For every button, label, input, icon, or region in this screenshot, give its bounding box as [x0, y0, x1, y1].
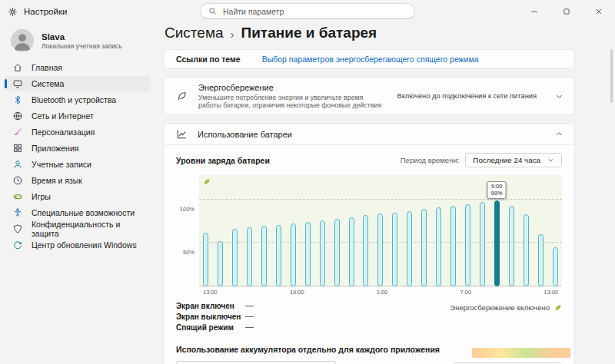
- chevron-up-icon[interactable]: [555, 130, 563, 138]
- apps-grid-icon: [12, 143, 23, 154]
- sidebar-item-bluetooth-devices[interactable]: Bluetooth и устройства: [5, 92, 151, 108]
- sidebar-item-label: Bluetooth и устройства: [32, 95, 116, 104]
- related-links-label: Ссылки по теме: [176, 55, 241, 64]
- user-subtitle: Локальная учетная запись: [42, 42, 122, 50]
- battery-bar[interactable]: [363, 215, 368, 286]
- settings-gear-icon: [8, 7, 18, 17]
- chevron-down-icon[interactable]: [555, 92, 563, 101]
- per-app-usage-title: Использование аккумулятора отдельно для …: [176, 345, 562, 354]
- brush-icon: [12, 127, 23, 137]
- scrollbar-thumb[interactable]: [610, 49, 613, 103]
- user-name: Slava: [42, 32, 122, 41]
- battery-bar[interactable]: [465, 204, 470, 286]
- battery-bar[interactable]: [538, 234, 544, 286]
- battery-bar[interactable]: [261, 226, 267, 286]
- battery-bar[interactable]: [450, 206, 456, 286]
- x-axis-label: 13:00: [203, 289, 218, 296]
- battery-bar[interactable]: [320, 220, 325, 286]
- legend-item: Спящий режим: [176, 323, 254, 331]
- sidebar-item-time-language[interactable]: Время и язык: [5, 173, 151, 188]
- update-arrows-icon: [12, 240, 23, 250]
- sidebar-item-label: Главная: [32, 63, 62, 72]
- battery-bar[interactable]: [291, 223, 296, 286]
- maximize-button[interactable]: [550, 0, 583, 23]
- legend-item: Экран включен: [176, 302, 254, 309]
- battery-level-chart: 100% 50% 9:00: [176, 175, 562, 296]
- battery-usage-title: Использование батареи: [198, 130, 537, 139]
- battery-bar[interactable]: [407, 211, 412, 286]
- x-axis-label: 19:00: [290, 289, 304, 296]
- x-axis-label: 1:00: [377, 289, 388, 296]
- battery-bar[interactable]: [421, 209, 427, 286]
- sidebar-item-accounts[interactable]: Учетные записи: [5, 157, 151, 172]
- sidebar-item-network[interactable]: Сеть и Интернет: [5, 108, 151, 124]
- sidebar-item-label: Конфиденциальность и защита: [32, 220, 143, 238]
- sidebar-item-personalization[interactable]: Персонализация: [5, 124, 151, 140]
- sidebar-item-privacy[interactable]: Конфиденциальность и защита: [5, 221, 151, 237]
- battery-bar[interactable]: [232, 229, 238, 286]
- battery-bar[interactable]: [494, 200, 500, 286]
- globe-icon: [12, 111, 23, 121]
- user-account[interactable]: Slava Локальная учетная запись: [5, 26, 151, 60]
- time-period-value: Последние 24 часа: [473, 156, 540, 164]
- chart-plot-area: 9:00 99%: [199, 175, 562, 286]
- time-period-select[interactable]: Последние 24 часа: [465, 153, 562, 167]
- sleep-settings-link[interactable]: Выбор параметров энергосберегающего спящ…: [262, 55, 479, 64]
- search-icon: [208, 7, 217, 15]
- battery-bar[interactable]: [392, 213, 397, 286]
- sidebar-nav: Главная Система Bluetooth и устройства С…: [5, 60, 151, 253]
- battery-bar[interactable]: [553, 247, 558, 286]
- sidebar-item-label: Учетные записи: [32, 160, 91, 169]
- energy-saver-description: Уменьшите потребление энергии и увеличьт…: [198, 94, 386, 109]
- battery-bar[interactable]: [349, 217, 354, 286]
- sidebar-item-label: Приложения: [32, 144, 78, 153]
- y-axis-label: 100%: [180, 206, 194, 213]
- energy-saver-card[interactable]: Энергосбережение Уменьшите потребление э…: [163, 77, 575, 115]
- battery-bar[interactable]: [247, 227, 252, 286]
- shield-icon: [12, 223, 23, 234]
- battery-bar[interactable]: [509, 206, 514, 286]
- energy-saver-leaf-icon: [554, 304, 562, 312]
- battery-bar[interactable]: [524, 214, 529, 286]
- gamepad-icon: [12, 191, 23, 202]
- search-placeholder: Найти параметр: [223, 7, 284, 16]
- sidebar: Slava Локальная учетная запись Главная С…: [0, 23, 155, 364]
- sidebar-item-label: Персонализация: [32, 127, 95, 137]
- minimize-button[interactable]: [518, 0, 550, 23]
- bluetooth-icon: [12, 94, 23, 105]
- battery-bar[interactable]: [334, 219, 340, 286]
- energy-saver-status: Включено до подключения к сети питания: [397, 92, 537, 100]
- battery-bar[interactable]: [218, 241, 223, 286]
- battery-bar[interactable]: [276, 225, 281, 286]
- sidebar-item-windows-update[interactable]: Центр обновления Windows: [5, 237, 151, 253]
- breadcrumb-separator-icon: ›: [231, 26, 234, 41]
- app-search: [176, 361, 336, 364]
- time-period-label: Период времени:: [401, 156, 460, 164]
- legend-dash: [245, 306, 254, 306]
- close-button[interactable]: [583, 0, 615, 23]
- sidebar-item-accessibility[interactable]: Специальные возможности: [5, 205, 151, 220]
- breadcrumb: Система › Питание и батарея: [165, 25, 575, 41]
- battery-bars: [199, 175, 562, 286]
- accessibility-icon: [12, 207, 23, 218]
- battery-bar[interactable]: [377, 213, 383, 286]
- battery-bar[interactable]: [480, 202, 485, 286]
- main-content: Система › Питание и батарея Ссылки по те…: [155, 23, 615, 364]
- battery-bar[interactable]: [305, 222, 311, 286]
- sidebar-item-home[interactable]: Главная: [5, 60, 151, 75]
- battery-usage-header[interactable]: Использование батареи: [164, 124, 574, 145]
- window-controls: [518, 0, 615, 23]
- person-icon: [12, 159, 23, 170]
- app-search-input[interactable]: [176, 361, 336, 364]
- titlebar-search-input[interactable]: Найти параметр: [200, 3, 415, 19]
- breadcrumb-root[interactable]: Система: [165, 25, 224, 41]
- sidebar-item-gaming[interactable]: Игры: [5, 189, 151, 204]
- chevron-down-icon: [547, 157, 554, 164]
- sidebar-item-system[interactable]: Система: [5, 76, 151, 91]
- battery-bar[interactable]: [203, 233, 208, 286]
- sidebar-item-apps[interactable]: Приложения: [5, 141, 151, 156]
- battery-bar[interactable]: [436, 207, 441, 286]
- legend-dash: [245, 316, 254, 317]
- y-axis-label: 50%: [183, 249, 194, 256]
- legend-dash: [245, 327, 254, 328]
